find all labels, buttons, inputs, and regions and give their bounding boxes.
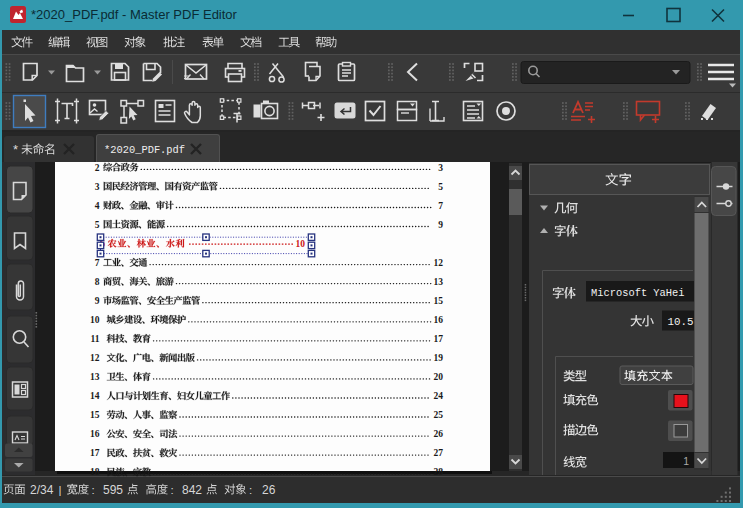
svg-text::: : — [249, 484, 252, 496]
svg-text:|: | — [59, 484, 62, 496]
svg-text::: : — [91, 484, 94, 496]
svg-text:2/34: 2/34 — [30, 483, 54, 497]
svg-text:842: 842 — [182, 483, 202, 497]
svg-text::: : — [170, 484, 173, 496]
svg-text:595: 595 — [103, 483, 123, 497]
svg-text:26: 26 — [262, 483, 276, 497]
